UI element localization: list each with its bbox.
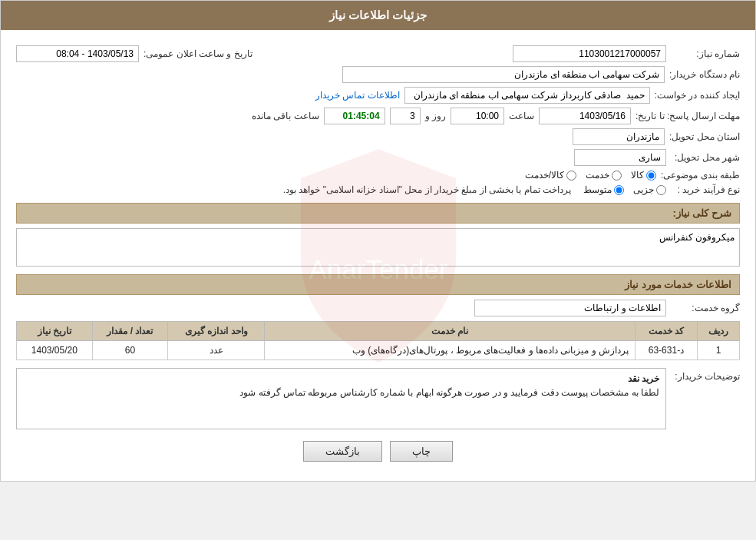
need-number-input <box>513 45 666 62</box>
services-section-header: اطلاعات خدمات مورد نیاز <box>16 274 740 295</box>
creator-label: ایجاد کننده در خواست: <box>655 90 740 101</box>
deadline-date-input <box>539 108 631 124</box>
deadline-time-label: ساعت <box>509 111 534 121</box>
category-radio-service[interactable] <box>612 171 622 181</box>
purchase-type-label: نوع فرآیند خرید : <box>671 184 740 195</box>
need-number-label: شماره نیاز: <box>671 48 740 59</box>
category-service-label: خدمت <box>586 170 609 181</box>
cell-date: 1403/05/20 <box>17 341 93 360</box>
col-unit: واحد اندازه گیری <box>168 322 265 341</box>
need-description-row: میکروفون کنفرانس <box>16 228 740 267</box>
category-kala-label: کالا <box>631 170 644 181</box>
province-input <box>573 128 665 145</box>
deadline-remaining-label: ساعت باقی مانده <box>252 111 319 121</box>
purchase-type-radio-partial[interactable] <box>656 185 666 195</box>
city-label: شهر محل تحویل: <box>671 152 740 163</box>
cell-unit: عدد <box>168 341 265 360</box>
buyer-notes-text: لطفا به مشخصات پیوست دقت فرمایید و در صو… <box>23 387 659 398</box>
service-group-row: گروه خدمت: <box>16 300 740 316</box>
services-table: ردیف کد خدمت نام خدمت واحد اندازه گیری ت… <box>16 321 740 360</box>
category-radio-both[interactable] <box>566 171 576 181</box>
col-service-name: نام خدمت <box>265 322 635 341</box>
cell-row-num: 1 <box>697 341 739 360</box>
back-button[interactable]: بازگشت <box>303 441 382 462</box>
announce-label: تاریخ و ساعت اعلان عمومی: <box>144 48 253 59</box>
need-description-textarea[interactable]: میکروفون کنفرانس <box>16 228 740 267</box>
purchase-type-radio-group: جزیی متوسط <box>583 184 666 195</box>
contact-link[interactable]: اطلاعات تماس خریدار <box>315 90 400 101</box>
purchase-type-radio-medium[interactable] <box>614 185 624 195</box>
bottom-buttons: چاپ بازگشت <box>16 441 740 462</box>
cell-service-code: د-631-63 <box>635 341 697 360</box>
buyer-notes-content: خرید نقد لطفا به مشخصات پیوست دقت فرمایی… <box>16 368 666 429</box>
requester-org-input <box>342 66 665 83</box>
deadline-label: مهلت ارسال پاسخ: تا تاریخ: <box>636 111 740 121</box>
page-header: جزئیات اطلاعات نیاز <box>1 1 755 30</box>
deadline-days-input <box>390 108 421 124</box>
col-date: تاریخ نیاز <box>17 322 93 341</box>
announce-input <box>16 45 139 62</box>
buyer-notes-row: توضیحات خریدار: خرید نقد لطفا به مشخصات … <box>16 368 740 429</box>
province-label: استان محل تحویل: <box>669 131 740 142</box>
purchase-type-medium-label: متوسط <box>583 184 612 195</box>
need-description-header: شرح کلی نیاز: <box>16 203 740 224</box>
deadline-remaining-input <box>324 108 385 124</box>
col-quantity: تعداد / مقدار <box>92 322 168 341</box>
purchase-type-note: پرداخت تمام یا بخشی از مبلغ خریدار از مح… <box>283 184 571 195</box>
purchase-type-partial-label: جزیی <box>633 184 654 195</box>
category-both-label: کالا/خدمت <box>525 170 564 181</box>
buyer-notes-label: توضیحات خریدار: <box>671 368 740 382</box>
need-description-section-label: شرح کلی نیاز: <box>672 207 731 219</box>
col-row-num: ردیف <box>697 322 739 341</box>
cell-quantity: 60 <box>92 341 168 360</box>
services-section-title: اطلاعات خدمات مورد نیاز <box>625 279 731 290</box>
page-title: جزئیات اطلاعات نیاز <box>329 8 427 22</box>
deadline-days-label: روز و <box>425 111 446 121</box>
category-radio-kala[interactable] <box>646 171 656 181</box>
category-option-both: کالا/خدمت <box>525 170 576 181</box>
buyer-notes-title: خرید نقد <box>23 373 659 384</box>
category-radio-group: کالا خدمت کالا/خدمت <box>525 170 656 181</box>
service-group-input <box>474 300 666 316</box>
cell-service-name: پردازش و میزبانی داده‌ها و فعالیت‌های مر… <box>265 341 635 360</box>
category-label: طبقه بندی موضوعی: <box>661 170 740 181</box>
purchase-type-partial: جزیی <box>633 184 666 195</box>
requester-org-label: نام دستگاه خریدار: <box>669 69 740 80</box>
service-group-label: گروه خدمت: <box>671 303 740 313</box>
col-service-code: کد خدمت <box>635 322 697 341</box>
category-option-kala: کالا <box>631 170 656 181</box>
creator-input <box>404 87 650 104</box>
purchase-type-medium: متوسط <box>583 184 624 195</box>
services-table-section: ردیف کد خدمت نام خدمت واحد اندازه گیری ت… <box>16 321 740 360</box>
city-input <box>574 149 666 166</box>
category-option-service: خدمت <box>586 170 622 181</box>
deadline-time-input <box>451 108 504 124</box>
table-row: 1 د-631-63 پردازش و میزبانی داده‌ها و فع… <box>17 341 740 360</box>
print-button[interactable]: چاپ <box>390 441 453 462</box>
